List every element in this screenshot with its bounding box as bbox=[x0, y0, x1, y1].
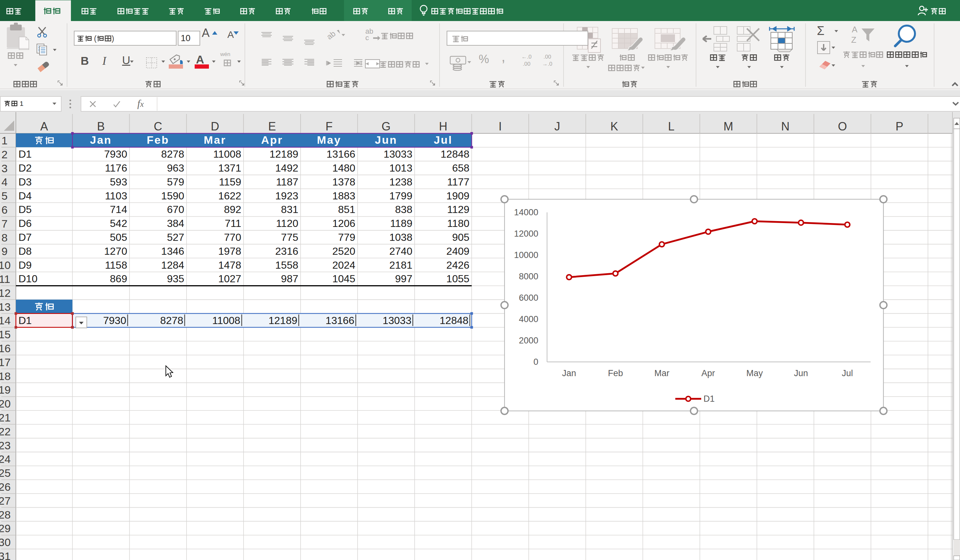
svg-text:1: 1 bbox=[2, 134, 8, 147]
svg-text:D7: D7 bbox=[18, 231, 32, 243]
svg-text:12189: 12189 bbox=[269, 314, 297, 326]
svg-text:579: 579 bbox=[167, 176, 184, 188]
svg-text:1027: 1027 bbox=[218, 273, 241, 284]
svg-text:2409: 2409 bbox=[446, 246, 469, 257]
svg-text:D: D bbox=[211, 120, 219, 133]
svg-text:892: 892 bbox=[224, 204, 241, 215]
svg-text:1055: 1055 bbox=[446, 273, 469, 284]
svg-text:D1: D1 bbox=[18, 314, 32, 326]
svg-text:13033: 13033 bbox=[382, 314, 411, 326]
svg-text:B: B bbox=[97, 120, 105, 133]
svg-text:F: F bbox=[325, 120, 333, 133]
svg-text:Jul: Jul bbox=[434, 134, 453, 146]
svg-text:D9: D9 bbox=[18, 259, 32, 271]
svg-text:1371: 1371 bbox=[218, 162, 241, 174]
svg-text:12848: 12848 bbox=[440, 148, 469, 160]
svg-text:1158: 1158 bbox=[105, 259, 127, 271]
svg-text:4: 4 bbox=[2, 176, 8, 188]
svg-text:Apr: Apr bbox=[702, 369, 715, 378]
svg-text:963: 963 bbox=[167, 162, 184, 174]
svg-text:28: 28 bbox=[0, 509, 11, 521]
svg-text:Apr: Apr bbox=[261, 134, 283, 146]
svg-text:1883: 1883 bbox=[332, 190, 355, 202]
svg-text:1187: 1187 bbox=[276, 176, 298, 188]
svg-text:770: 770 bbox=[224, 231, 241, 243]
svg-text:838: 838 bbox=[395, 204, 412, 215]
svg-text:H: H bbox=[439, 120, 447, 133]
svg-text:31: 31 bbox=[0, 550, 11, 560]
svg-text:15: 15 bbox=[0, 328, 11, 341]
svg-text:1923: 1923 bbox=[275, 190, 298, 202]
svg-text:1206: 1206 bbox=[332, 217, 355, 229]
svg-text:8278: 8278 bbox=[160, 314, 183, 326]
svg-text:987: 987 bbox=[281, 273, 298, 284]
svg-text:527: 527 bbox=[167, 231, 184, 243]
svg-text:2000: 2000 bbox=[519, 336, 538, 345]
svg-text:D5: D5 bbox=[18, 204, 32, 215]
svg-text:13033: 13033 bbox=[384, 148, 412, 160]
svg-text:1558: 1558 bbox=[275, 259, 298, 271]
svg-text:M: M bbox=[723, 120, 733, 133]
svg-text:26: 26 bbox=[0, 481, 11, 493]
svg-text:12000: 12000 bbox=[514, 229, 538, 239]
svg-text:Jul: Jul bbox=[842, 369, 853, 378]
svg-text:14000: 14000 bbox=[514, 207, 538, 217]
svg-text:D1: D1 bbox=[704, 394, 715, 404]
svg-text:711: 711 bbox=[225, 217, 241, 229]
svg-text:23: 23 bbox=[0, 439, 11, 452]
svg-text:935: 935 bbox=[167, 273, 184, 284]
svg-text:1478: 1478 bbox=[218, 259, 241, 271]
svg-text:3: 3 bbox=[2, 162, 8, 174]
svg-text:1189: 1189 bbox=[390, 217, 412, 229]
svg-text:5: 5 bbox=[2, 190, 8, 202]
svg-text:7930: 7930 bbox=[103, 314, 126, 326]
svg-text:Jun: Jun bbox=[375, 134, 397, 146]
svg-text:505: 505 bbox=[110, 231, 127, 243]
svg-text:1622: 1622 bbox=[218, 190, 241, 202]
svg-text:D6: D6 bbox=[18, 217, 32, 229]
svg-text:1270: 1270 bbox=[104, 246, 127, 257]
svg-text:6000: 6000 bbox=[519, 293, 538, 303]
svg-text:0: 0 bbox=[533, 357, 538, 367]
svg-text:2024: 2024 bbox=[332, 259, 355, 271]
svg-text:17: 17 bbox=[0, 356, 11, 369]
svg-text:Feb: Feb bbox=[147, 134, 169, 146]
svg-text:542: 542 bbox=[110, 217, 127, 229]
svg-text:12848: 12848 bbox=[440, 314, 468, 326]
svg-text:1177: 1177 bbox=[447, 176, 469, 188]
svg-text:Mar: Mar bbox=[654, 369, 669, 378]
svg-text:12: 12 bbox=[0, 287, 11, 299]
svg-text:658: 658 bbox=[452, 162, 469, 174]
svg-text:4000: 4000 bbox=[519, 314, 538, 324]
svg-text:8000: 8000 bbox=[519, 271, 538, 281]
svg-text:D10: D10 bbox=[18, 273, 38, 284]
svg-text:1120: 1120 bbox=[276, 217, 298, 229]
svg-text:19: 19 bbox=[0, 384, 11, 396]
svg-text:14: 14 bbox=[0, 314, 11, 327]
svg-text:D1: D1 bbox=[18, 148, 32, 160]
svg-text:Jan: Jan bbox=[562, 369, 576, 378]
svg-text:L: L bbox=[668, 120, 675, 133]
svg-text:20: 20 bbox=[0, 397, 11, 410]
svg-text:1909: 1909 bbox=[446, 190, 469, 202]
svg-text:1038: 1038 bbox=[389, 231, 412, 243]
svg-text:A: A bbox=[40, 120, 48, 133]
svg-text:2426: 2426 bbox=[446, 259, 469, 271]
svg-text:24: 24 bbox=[0, 453, 11, 465]
svg-text:775: 775 bbox=[281, 231, 298, 243]
svg-text:Mar: Mar bbox=[204, 134, 226, 146]
svg-text:1492: 1492 bbox=[275, 162, 298, 174]
svg-text:May: May bbox=[317, 134, 341, 146]
svg-text:c: c bbox=[365, 34, 369, 42]
svg-text:10: 10 bbox=[0, 259, 11, 271]
svg-text:D2: D2 bbox=[18, 162, 32, 174]
svg-text:1176: 1176 bbox=[105, 162, 127, 174]
svg-text:1799: 1799 bbox=[389, 190, 412, 202]
svg-text:E: E bbox=[268, 120, 276, 133]
svg-text:18: 18 bbox=[0, 370, 11, 382]
svg-text:1129: 1129 bbox=[447, 204, 469, 215]
svg-text:G: G bbox=[382, 120, 390, 133]
svg-text:May: May bbox=[746, 369, 763, 378]
svg-text:869: 869 bbox=[110, 273, 127, 284]
svg-text:670: 670 bbox=[167, 204, 184, 215]
